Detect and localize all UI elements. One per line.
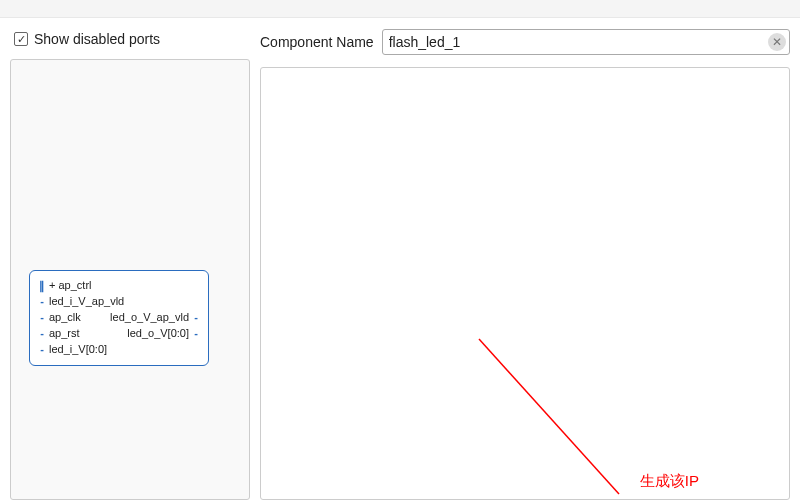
config-content-area[interactable]: 生成该IP	[260, 67, 790, 500]
input-port-icon: -	[38, 325, 46, 341]
port-label: ap_clk	[49, 309, 81, 325]
svg-line-0	[479, 339, 619, 494]
left-pane: ✓ Show disabled ports ‖ + ap_ctrl - led_…	[10, 25, 250, 500]
input-port-icon: -	[38, 293, 46, 309]
output-port-icon: -	[192, 309, 200, 325]
annotation-text: 生成该IP	[640, 472, 699, 491]
port-label: led_i_V_ap_vld	[49, 293, 124, 309]
main-area: ✓ Show disabled ports ‖ + ap_ctrl - led_…	[10, 25, 790, 500]
component-name-row: Component Name ✕	[260, 25, 790, 59]
component-name-input[interactable]	[382, 29, 790, 55]
port-label: + ap_ctrl	[49, 277, 92, 293]
checkbox-label: Show disabled ports	[34, 31, 160, 47]
right-pane: Component Name ✕ 生成该IP	[260, 25, 790, 500]
top-bar	[0, 0, 800, 18]
bus-port-icon: ‖	[38, 277, 46, 293]
input-port-icon: -	[38, 341, 46, 357]
input-port-icon: -	[38, 309, 46, 325]
component-name-label: Component Name	[260, 34, 374, 50]
checkbox-icon: ✓	[14, 32, 28, 46]
show-disabled-ports-checkbox[interactable]: ✓ Show disabled ports	[10, 25, 250, 53]
clear-icon[interactable]: ✕	[768, 33, 786, 51]
ip-preview-area[interactable]: ‖ + ap_ctrl - led_i_V_ap_vld - ap_clk	[10, 59, 250, 500]
port-label: led_o_V_ap_vld	[110, 309, 189, 325]
annotation-arrow-icon	[439, 299, 639, 499]
port-label: led_i_V[0:0]	[49, 341, 107, 357]
ip-block[interactable]: ‖ + ap_ctrl - led_i_V_ap_vld - ap_clk	[29, 270, 209, 366]
component-name-input-wrapper: ✕	[382, 29, 790, 55]
output-port-icon: -	[192, 325, 200, 341]
port-label: led_o_V[0:0]	[127, 325, 189, 341]
port-label: ap_rst	[49, 325, 80, 341]
